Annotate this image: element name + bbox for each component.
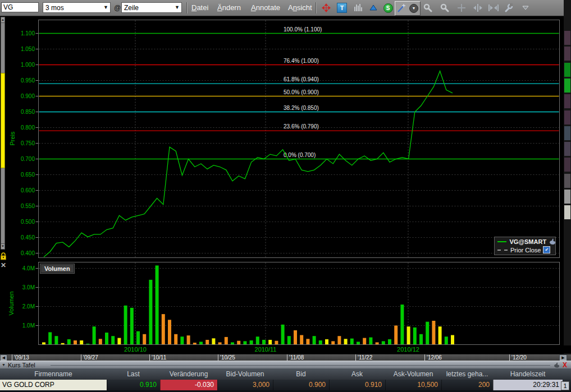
volume-bar[interactable] bbox=[74, 340, 77, 344]
volume-bar[interactable] bbox=[281, 325, 285, 345]
volume-bar[interactable] bbox=[212, 338, 215, 344]
volume-bar[interactable] bbox=[237, 341, 240, 345]
vertical-scrollbar-thumb[interactable] bbox=[1, 73, 5, 168]
volume-bar[interactable] bbox=[187, 335, 190, 344]
volume-bar[interactable] bbox=[162, 314, 165, 344]
column-header-askvol[interactable]: Ask-Volumen bbox=[385, 368, 441, 380]
volume-bar[interactable] bbox=[143, 334, 146, 345]
volume-bar[interactable] bbox=[438, 326, 442, 344]
money-icon[interactable]: S bbox=[382, 2, 394, 13]
volume-bar[interactable] bbox=[111, 336, 115, 344]
volume-bar[interactable] bbox=[225, 337, 228, 345]
volume-bar[interactable] bbox=[419, 334, 423, 345]
volume-bar[interactable] bbox=[331, 341, 335, 344]
settings-wrench-icon[interactable] bbox=[503, 2, 514, 13]
volume-bar[interactable] bbox=[407, 326, 410, 344]
panel-hand-icon[interactable] bbox=[553, 362, 560, 368]
volume-bar[interactable] bbox=[319, 340, 322, 344]
volume-bar[interactable] bbox=[205, 340, 209, 345]
volume-bar[interactable] bbox=[337, 336, 341, 344]
collapse-horizontal-icon[interactable] bbox=[488, 2, 499, 13]
column-header-change[interactable]: Veränderung bbox=[160, 368, 217, 380]
volume-bar[interactable] bbox=[382, 341, 385, 344]
column-header-last[interactable]: Last bbox=[107, 368, 160, 380]
volume-bar[interactable] bbox=[124, 306, 127, 345]
volume-bars-icon[interactable] bbox=[352, 2, 363, 13]
volume-bar[interactable] bbox=[80, 340, 83, 344]
chart-thumbnail-tile[interactable] bbox=[564, 205, 570, 219]
column-header-ask[interactable]: Ask bbox=[329, 368, 385, 380]
chart-thumbnail-tile[interactable] bbox=[564, 174, 570, 188]
quote-table-row[interactable]: VG GOLD CORP0.910-0.0303,0000.9000.91010… bbox=[0, 380, 571, 390]
chart-thumbnail-tile[interactable] bbox=[564, 158, 570, 172]
expand-horizontal-icon[interactable] bbox=[472, 2, 483, 13]
chart-thumbnail-tile[interactable] bbox=[564, 31, 570, 45]
volume-bar[interactable] bbox=[231, 342, 234, 344]
volume-bar[interactable] bbox=[287, 336, 291, 344]
close-pane-icon[interactable]: ✕ bbox=[1, 261, 6, 269]
chart-canvas[interactable]: 1.1001.0501.0000.9500.9000.8500.8000.750… bbox=[0, 0, 571, 392]
volume-bar[interactable] bbox=[325, 339, 328, 345]
menu-dropdown-icon[interactable] bbox=[520, 2, 531, 13]
chart-thumbnail-tile[interactable] bbox=[564, 94, 570, 108]
volume-bar[interactable] bbox=[445, 336, 448, 344]
hand-icon[interactable] bbox=[549, 238, 555, 245]
volume-bar[interactable] bbox=[193, 343, 197, 344]
column-header-lastvol[interactable]: letztes geha... bbox=[441, 368, 493, 380]
volume-bar[interactable] bbox=[451, 335, 454, 345]
volume-bar[interactable] bbox=[117, 338, 121, 345]
volume-bar[interactable] bbox=[168, 320, 171, 344]
chart-thumbnail-tile[interactable] bbox=[564, 63, 570, 77]
text-tool-icon[interactable]: T bbox=[336, 2, 348, 13]
menu-annotate[interactable]: Annotate bbox=[251, 3, 280, 12]
chart-thumbnail-tile[interactable] bbox=[564, 142, 570, 156]
column-header-time[interactable]: Handelszeit bbox=[493, 368, 563, 380]
volume-bar[interactable] bbox=[180, 336, 184, 344]
volume-bar[interactable] bbox=[300, 335, 303, 345]
volume-bar[interactable] bbox=[344, 339, 348, 344]
volume-bar[interactable] bbox=[218, 342, 222, 344]
collapse-panel-icon[interactable]: ▼ bbox=[2, 363, 6, 367]
volume-bar[interactable] bbox=[426, 322, 429, 345]
volume-bar[interactable] bbox=[313, 336, 316, 344]
horizontal-scrollbar[interactable]: ◀ ▶ '09/13'09/27'10/11'10/25'11/08'11/22… bbox=[0, 354, 571, 361]
zoom-out-icon[interactable] bbox=[439, 2, 450, 13]
tool-dropdown-icon[interactable]: ▼ bbox=[409, 4, 418, 13]
crosshair-icon[interactable] bbox=[456, 2, 467, 13]
volume-bar[interactable] bbox=[268, 340, 272, 345]
volume-bar[interactable] bbox=[67, 339, 71, 345]
column-header-bidvol[interactable]: Bid-Volumen bbox=[217, 368, 273, 380]
prior-close-checkbox[interactable]: ✔ bbox=[543, 246, 550, 253]
volume-bar[interactable] bbox=[54, 336, 58, 344]
menu-datei[interactable]: Datei bbox=[191, 3, 208, 12]
volume-bar[interactable] bbox=[48, 332, 52, 344]
volume-bar[interactable] bbox=[149, 280, 152, 345]
volume-bar[interactable] bbox=[388, 339, 391, 345]
draw-line-tool-button[interactable]: ▼ bbox=[395, 1, 421, 16]
chart-thumbnail-tile[interactable] bbox=[564, 110, 570, 124]
volume-bar[interactable] bbox=[294, 330, 297, 345]
volume-bar[interactable] bbox=[350, 339, 354, 345]
volume-bar[interactable] bbox=[357, 342, 360, 344]
column-header-name[interactable]: Firmenname bbox=[0, 368, 107, 380]
scroll-up-icon[interactable]: ▲ bbox=[1, 17, 5, 23]
chart-style-select[interactable]: Zeile ▼ bbox=[121, 2, 182, 13]
volume-bar[interactable] bbox=[363, 338, 366, 345]
close-panel-icon[interactable]: X bbox=[563, 361, 567, 369]
volume-bar[interactable] bbox=[99, 339, 102, 344]
volume-bar[interactable] bbox=[105, 333, 108, 344]
menu-ndern[interactable]: Ändern bbox=[217, 3, 241, 12]
volume-bar[interactable] bbox=[262, 340, 266, 345]
chart-thumbnail-tile[interactable] bbox=[564, 47, 570, 61]
volume-bar[interactable] bbox=[93, 326, 96, 344]
chart-thumbnail-strip[interactable] bbox=[564, 0, 571, 392]
volume-bar[interactable] bbox=[394, 326, 398, 345]
volume-bar[interactable] bbox=[174, 334, 177, 345]
volume-bar[interactable] bbox=[130, 308, 134, 345]
zoom-in-icon[interactable] bbox=[422, 2, 433, 13]
scroll-down-icon[interactable]: ▼ bbox=[1, 243, 5, 250]
indicator-icon[interactable] bbox=[368, 2, 379, 13]
chart-thumbnail-tile[interactable] bbox=[564, 79, 570, 93]
symbol-input[interactable] bbox=[1, 2, 39, 12]
volume-bar[interactable] bbox=[376, 342, 379, 344]
